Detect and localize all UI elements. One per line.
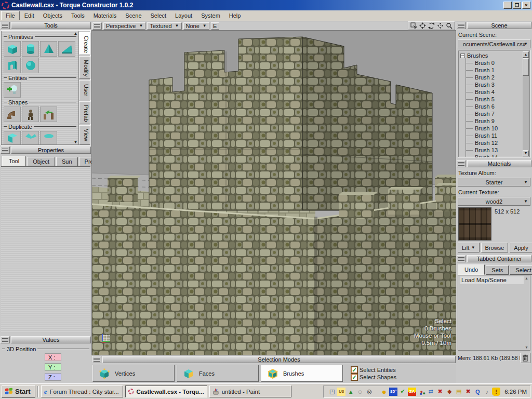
windows-update-icon[interactable]: ✔ (398, 388, 407, 396)
task-paint[interactable]: untitled - Paint (209, 385, 291, 397)
app-error-icon[interactable]: ✖ (436, 388, 444, 396)
security-alert-shield-icon[interactable]: ! (492, 388, 500, 396)
scroll-up-icon[interactable]: ▲ (523, 51, 529, 58)
clock[interactable]: 6:26 PM (504, 389, 527, 395)
undo-item-load-map[interactable]: Load Map/Scene (460, 276, 524, 284)
tab-undo[interactable]: Undo (458, 264, 485, 275)
overlay-mode-dropdown[interactable]: None▼ (183, 22, 209, 30)
messenger-status-icon[interactable]: ☺ (356, 388, 364, 396)
brush-tree-scrollbar[interactable]: ▲ ▼ (523, 51, 529, 156)
volume-icon[interactable]: ♪ (483, 388, 491, 396)
viewport-3d-render[interactable]: Select 0 Brushes Mouse or Tool 0.5m / 10… (91, 30, 456, 355)
menu-system[interactable]: System (197, 11, 224, 20)
view-mode-dropdown[interactable]: Perspective▼ (103, 22, 145, 30)
maximize-icon[interactable]: ❐ (513, 2, 521, 9)
lift-button[interactable]: Lift ▼ (458, 243, 480, 252)
menu-scene[interactable]: Scene (121, 11, 145, 20)
tree-item-brush13[interactable]: Brush 13 (466, 147, 523, 154)
tree-item-brush7[interactable]: Brush 7 (466, 110, 523, 117)
sphere-primitive-button[interactable] (22, 58, 39, 73)
task-forum-thread[interactable]: e Forum Thread : City star... (41, 385, 123, 397)
scrollbar-thumb[interactable] (523, 58, 529, 76)
pan-view-icon[interactable] (437, 22, 444, 29)
tab-create[interactable]: Create (79, 32, 90, 55)
properties-grip-icon[interactable] (1, 147, 10, 154)
brushes-root-node[interactable]: Brushes (460, 52, 523, 59)
tree-item-brush4[interactable]: Brush 4 (466, 88, 523, 96)
materials-grip-icon[interactable] (457, 160, 466, 167)
tab-select[interactable]: Select (510, 265, 532, 275)
scroll-down-icon[interactable]: ▼ (523, 150, 529, 156)
tree-item-brush14[interactable]: Brush 14 (466, 154, 523, 158)
tree-item-brush3[interactable]: Brush 3 (466, 81, 523, 88)
tab-tool[interactable]: Tool (2, 156, 26, 166)
duplicate-tool-button-3[interactable] (40, 131, 57, 145)
menu-select[interactable]: Select (147, 11, 171, 20)
duplicate-tool-button-1[interactable] (4, 131, 21, 145)
remote-display-icon[interactable]: ◳ (328, 388, 336, 396)
menu-layout[interactable]: Layout (171, 11, 196, 20)
brushes-mode-button[interactable]: Brushes (261, 365, 343, 382)
texture-album-dropdown[interactable]: Starter ▼ (458, 178, 530, 187)
rotate-view-icon[interactable] (428, 22, 435, 29)
scroll-down-icon[interactable]: ▼ (74, 140, 78, 144)
menu-materials[interactable]: Materials (89, 11, 121, 20)
select-shapes-checkbox[interactable]: ✓ (351, 374, 357, 380)
arch-primitive-button[interactable] (4, 58, 21, 73)
select-entities-checkbox[interactable]: ✓ (351, 367, 357, 373)
tree-item-brush12[interactable]: Brush 12 (466, 139, 523, 147)
render-mode-dropdown[interactable]: Textured▼ (147, 22, 181, 30)
tab-view[interactable]: View (79, 125, 90, 145)
browse-button[interactable]: Browse (481, 243, 509, 252)
menu-help[interactable]: Help (225, 11, 245, 20)
tree-item-brush9[interactable]: Brush 9 (466, 117, 523, 125)
tree-item-brush1[interactable]: Brush 1 (466, 66, 523, 74)
menu-tools[interactable]: Tools (67, 11, 89, 20)
duplicate-tool-button-2[interactable] (22, 131, 39, 145)
clear-undo-button[interactable] (520, 353, 530, 363)
tab-sun[interactable]: Sun (56, 157, 78, 166)
tree-item-brush11[interactable]: Brush 11 (466, 132, 523, 139)
start-button[interactable]: Start (2, 385, 35, 398)
spiral-app-icon[interactable]: ◎ (365, 388, 374, 396)
scene-grip-icon[interactable] (457, 22, 466, 29)
menu-edit[interactable]: Edit (20, 11, 38, 20)
notes-tickets-icon[interactable]: ▤ (455, 388, 463, 396)
tree-item-brush5[interactable]: Brush 5 (466, 96, 523, 103)
quicktime-icon[interactable]: Q (473, 388, 482, 396)
scroll-up-icon[interactable]: ▲ (74, 31, 78, 36)
disconnected-display-icon[interactable]: ✖ (464, 388, 472, 396)
collapse-icon[interactable] (460, 54, 465, 58)
cone-primitive-button[interactable] (40, 41, 57, 57)
zoom-view-icon[interactable] (446, 22, 453, 29)
replace-shape-button[interactable] (40, 107, 57, 122)
tab-object[interactable]: Object (27, 157, 55, 166)
tree-item-brush6[interactable]: Brush 6 (466, 103, 523, 110)
values-grip-icon[interactable] (1, 336, 10, 343)
tab-prefab[interactable]: Prefab (79, 101, 90, 124)
file-sync-icon[interactable]: ⇄ (427, 388, 435, 396)
creature-shape-button[interactable] (22, 107, 39, 122)
current-texture-dropdown[interactable]: wood2 ▼ (458, 197, 530, 206)
voice-chat-smiley-icon[interactable]: ☻ (380, 388, 388, 396)
faces-mode-button[interactable]: Faces (177, 365, 259, 382)
safely-remove-hardware-icon[interactable]: ▲ (347, 388, 355, 396)
tree-item-brush2[interactable]: Brush 2 (466, 74, 523, 81)
tools-scrollbar[interactable]: ▲▼ (73, 31, 78, 144)
selection-modes-grip-icon[interactable] (92, 356, 101, 363)
tab-user[interactable]: User (79, 80, 90, 100)
viewport-grip-icon[interactable] (92, 22, 102, 30)
tab-sets[interactable]: Sets (486, 265, 509, 275)
texture-preview[interactable] (458, 207, 491, 241)
rgb-balls-icon[interactable]: ● (417, 388, 425, 396)
vertices-mode-button[interactable]: Vertices (92, 365, 175, 382)
minimize-icon[interactable]: _ (503, 2, 512, 9)
zonealarm-icon[interactable]: ZA (408, 388, 416, 396)
weather-temperature-icon[interactable]: 85° (389, 388, 397, 396)
crosshair-icon[interactable] (419, 22, 426, 29)
tree-item-brush10[interactable]: Brush 10 (466, 125, 523, 132)
expand-viewport-button[interactable]: E (211, 22, 219, 30)
u3-launchpad-icon[interactable]: U3 (337, 388, 345, 396)
tabbed-container-grip-icon[interactable] (457, 255, 466, 262)
cube-primitive-button[interactable] (4, 41, 21, 57)
